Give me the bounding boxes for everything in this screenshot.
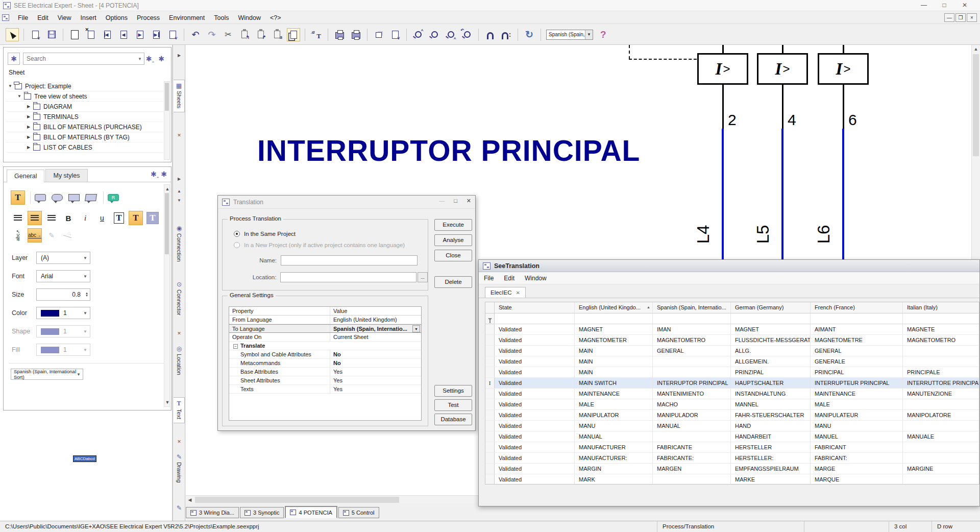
seetranslation-menu-window[interactable]: Window xyxy=(520,273,552,283)
table-cell[interactable]: MANUEL xyxy=(811,431,903,442)
delete-sheet-button[interactable]: ✕ xyxy=(84,28,97,41)
tree-item-terminals[interactable]: ▶TERMINALS xyxy=(6,112,163,122)
cut-button[interactable]: ✂ xyxy=(222,28,235,41)
table-cell[interactable]: INTERRUTTORE PRINCIPALE xyxy=(903,378,979,388)
gear-plus-icon[interactable]: ✱+ xyxy=(144,53,156,65)
collapse-box-icon[interactable]: − xyxy=(233,344,238,349)
refresh-button[interactable]: ↻ xyxy=(523,28,536,41)
table-cell[interactable]: PRINZIPAL xyxy=(731,367,811,377)
callout-line-button[interactable] xyxy=(67,190,81,205)
search-input[interactable] xyxy=(23,54,136,64)
table-cell[interactable] xyxy=(903,356,979,367)
text-tool-button[interactable]: T xyxy=(11,190,25,205)
settings-row-to-language[interactable]: To LanguageSpanish (Spain, Internatio...… xyxy=(229,324,421,333)
sheet-tab-5-control[interactable]: 5 Control xyxy=(338,507,379,518)
table-cell[interactable]: Validated xyxy=(495,410,575,420)
radio-same-project[interactable]: In the Same Project xyxy=(234,231,428,237)
table-row[interactable]: ValidatedMANIPULATORMANIPULADORFAHR-STEU… xyxy=(485,410,979,421)
table-cell[interactable]: FABRICANT: xyxy=(811,453,903,463)
table-cell[interactable]: Validated xyxy=(495,378,575,388)
menu-item-insert[interactable]: Insert xyxy=(76,13,101,23)
filter-cell[interactable] xyxy=(653,313,731,324)
menu-item-process[interactable]: Process xyxy=(132,13,164,23)
tree-item-bill-of-materials-by-tag[interactable]: ▶BILL OF MATERIALS (BY TAG) xyxy=(6,132,163,142)
zoom-out-button[interactable]: ˄ xyxy=(444,28,457,41)
table-row[interactable]: ValidatedMAGNETOMETERMAGNETOMETROFLUSSDI… xyxy=(485,335,979,346)
sidebar-tab-location[interactable]: ◎ Location xyxy=(174,345,185,377)
canvas-scroll-up-icon[interactable]: ▲ xyxy=(972,45,980,53)
table-cell[interactable] xyxy=(653,474,731,485)
paste-button[interactable]: ↱ xyxy=(254,28,267,41)
print-button[interactable] xyxy=(333,28,346,41)
maximize-icon[interactable]: □ xyxy=(934,0,954,11)
gear-icon[interactable]: ✱ xyxy=(156,53,167,65)
table-cell[interactable]: MAGNETOMETER xyxy=(575,335,653,345)
table-cell[interactable]: MANU xyxy=(811,421,903,431)
strip-pen-icon[interactable]: ✎ xyxy=(174,504,185,512)
table-cell[interactable]: MANU xyxy=(575,421,653,431)
table-row[interactable]: ValidatedMANUFACTURERFABRICANTEHERSTELLE… xyxy=(485,442,979,453)
table-cell[interactable]: MANUALE xyxy=(903,431,979,442)
dialog-close-icon[interactable]: ✕ xyxy=(467,198,471,204)
table-cell[interactable]: MAIN xyxy=(575,356,653,367)
table-cell[interactable]: MAINTENANCE xyxy=(811,389,903,399)
table-cell[interactable]: FABRICANTE: xyxy=(653,453,731,463)
table-cell[interactable] xyxy=(653,356,731,367)
column-header-english-united-kingdo[interactable]: English (United Kingdo...▲ xyxy=(575,302,653,313)
table-cell[interactable]: FLUSSDICHTE-MESSGERAT xyxy=(731,335,811,345)
table-cell[interactable]: MAIN xyxy=(575,346,653,356)
strip-down-icon[interactable]: ▼ xyxy=(174,198,185,203)
table-cell[interactable]: Validated xyxy=(495,346,575,356)
filter-row[interactable] xyxy=(485,313,979,324)
mdi-close-icon[interactable]: × xyxy=(967,13,977,22)
callout-round-button[interactable] xyxy=(50,190,64,205)
first-sheet-button[interactable]: ◀ xyxy=(101,28,114,41)
callout-rect-button[interactable] xyxy=(33,190,47,205)
sidebar-tab-drawing[interactable]: ✎ Drawing xyxy=(174,453,185,484)
toolbar-language-select[interactable]: Spanish (Spain, ▼ xyxy=(546,30,593,40)
table-cell[interactable] xyxy=(903,399,979,409)
close-icon[interactable]: ✕ xyxy=(954,0,975,11)
tree-scrollbar[interactable] xyxy=(164,81,170,160)
table-cell[interactable]: HANDARBEIT xyxy=(731,431,811,442)
menu-item-[interactable]: <?> xyxy=(265,13,286,23)
table-cell[interactable]: MAGNETOMETRO xyxy=(903,335,979,345)
table-cell[interactable]: MALE xyxy=(811,399,903,409)
dialog-minimize-icon[interactable]: — xyxy=(439,198,445,204)
seetranslation-titlebar[interactable]: SeeTranslation xyxy=(479,260,979,272)
strip-close3-icon[interactable]: ✕ xyxy=(174,439,185,444)
value-dropdown-icon[interactable]: ▼ xyxy=(412,325,420,332)
settings-button[interactable]: Settings xyxy=(434,385,472,397)
dialog-maximize-icon[interactable]: □ xyxy=(454,198,457,204)
table-row[interactable]: ValidatedMAINGENERALALLG.GENERAL xyxy=(485,346,979,356)
menu-item-tools[interactable]: Tools xyxy=(209,13,233,23)
expand-icon[interactable]: ▶ xyxy=(26,114,31,119)
table-cell[interactable]: HAND xyxy=(731,421,811,431)
size-down-icon[interactable]: ▼ xyxy=(85,295,88,297)
menu-item-window[interactable]: Window xyxy=(233,13,265,23)
canvas-hscroll-thumb[interactable] xyxy=(195,497,399,503)
bold-button[interactable]: B xyxy=(61,211,76,225)
expand-icon[interactable]: ▶ xyxy=(26,125,31,129)
table-cell[interactable]: MACHO xyxy=(653,399,731,409)
table-cell[interactable]: MANUTENZIONE xyxy=(903,389,979,399)
previous-sheet-button[interactable]: ◀ xyxy=(117,28,130,41)
table-cell[interactable]: PRINCIPALE xyxy=(903,367,979,377)
menu-item-environment[interactable]: Environment xyxy=(164,13,209,23)
tree-item-project-example[interactable]: ▼Project: Example xyxy=(6,81,163,91)
settings-row-base-attributes[interactable]: Base AttributesYes xyxy=(229,368,421,376)
table-cell[interactable]: MARGEN xyxy=(653,464,731,474)
table-row[interactable]: ValidatedMAINALLGEMEIN.GENERALE xyxy=(485,356,979,367)
sheet-tab-4-potencia[interactable]: 4 POTENCIA xyxy=(285,506,337,518)
table-cell[interactable]: IMAN xyxy=(653,324,731,334)
canvas-vscroll-thumb[interactable] xyxy=(973,54,979,156)
sidebar-tab-connection[interactable]: ◉ Connection xyxy=(174,225,185,263)
table-cell[interactable]: MAGNETOMETRE xyxy=(811,335,903,345)
execute-button[interactable]: Execute xyxy=(434,219,472,231)
table-row[interactable]: IValidatedMAIN SWITCHINTERRUPTOR PRINCIP… xyxy=(485,378,979,389)
table-cell[interactable]: MANUAL xyxy=(575,431,653,442)
table-cell[interactable]: FABRICANT xyxy=(811,442,903,452)
sidebar-tab-text[interactable]: T Text xyxy=(174,397,185,423)
search-dropdown-icon[interactable]: ▼ xyxy=(136,57,144,61)
table-cell[interactable]: Validated xyxy=(495,442,575,452)
